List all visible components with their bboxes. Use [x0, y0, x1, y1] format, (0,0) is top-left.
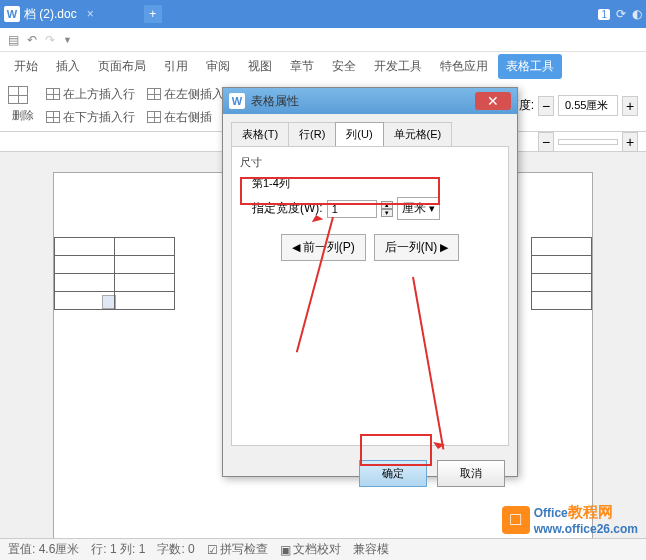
- status-compat[interactable]: 兼容模: [353, 541, 389, 558]
- height-input[interactable]: 0.55厘米: [558, 95, 618, 116]
- watermark-url: www.office26.com: [534, 522, 638, 536]
- highlight-ok-annotation: [360, 434, 432, 466]
- next-column-button[interactable]: 后一列(N) ▶: [374, 234, 460, 261]
- notification-badge[interactable]: 1: [598, 9, 610, 20]
- status-position[interactable]: 置值: 4.6厘米: [8, 541, 79, 558]
- arrow-head-icon-2: [431, 442, 445, 456]
- status-spellcheck[interactable]: ☑ 拼写检查: [207, 541, 268, 558]
- delete-button[interactable]: 删除: [8, 106, 38, 125]
- highlight-annotation: [240, 177, 440, 205]
- quick-access-toolbar: ▤ ↶ ↷ ▼: [0, 28, 646, 52]
- dialog-app-icon: W: [229, 93, 245, 109]
- dialog-tab-row[interactable]: 行(R): [288, 122, 336, 146]
- tab-special[interactable]: 特色应用: [432, 54, 496, 79]
- document-table-right[interactable]: [531, 237, 592, 310]
- table-icon[interactable]: [8, 86, 28, 104]
- spinner-down-button[interactable]: ▼: [381, 209, 393, 217]
- table-properties-dialog: W 表格属性 ✕ 表格(T) 行(R) 列(U) 单元格(E) 尺寸 第1-4列…: [222, 87, 518, 477]
- qat-dropdown-icon[interactable]: ▼: [63, 35, 72, 45]
- dialog-titlebar[interactable]: W 表格属性 ✕: [223, 88, 517, 114]
- dialog-body: 尺寸 第1-4列 指定宽度(W): ▲ ▼ 厘米 ▾ ◀ 前一列(P) 后一列(…: [231, 146, 509, 446]
- height-increase-button[interactable]: +: [622, 96, 638, 116]
- status-bar: 置值: 4.6厘米 行: 1 列: 1 字数: 0 ☑ 拼写检查 ▣ 文档校对 …: [0, 538, 646, 560]
- tab-insert[interactable]: 插入: [48, 54, 88, 79]
- height-decrease-button[interactable]: −: [538, 96, 554, 116]
- document-tab[interactable]: W 档 (2).doc ×: [4, 6, 94, 23]
- sync-icon[interactable]: ⟳: [616, 7, 626, 21]
- tab-references[interactable]: 引用: [156, 54, 196, 79]
- status-proof[interactable]: ▣ 文档校对: [280, 541, 341, 558]
- close-tab-icon[interactable]: ×: [87, 7, 94, 21]
- menu-icon[interactable]: ▤: [8, 33, 19, 47]
- dialog-tab-table[interactable]: 表格(T): [231, 122, 289, 146]
- width-input[interactable]: [558, 139, 618, 145]
- skin-icon[interactable]: ◐: [632, 7, 642, 21]
- dialog-title: 表格属性: [251, 93, 299, 110]
- undo-icon[interactable]: ↶: [27, 33, 37, 47]
- insert-row-above-button[interactable]: 在上方插入行: [42, 84, 139, 105]
- tab-view[interactable]: 视图: [240, 54, 280, 79]
- insert-row-below-button[interactable]: 在下方插入行: [42, 107, 139, 128]
- watermark-title: OfficeOffice教程网教程网: [534, 503, 638, 522]
- width-decrease-button[interactable]: −: [538, 132, 554, 152]
- tab-security[interactable]: 安全: [324, 54, 364, 79]
- tab-review[interactable]: 审阅: [198, 54, 238, 79]
- ribbon-tabs: 开始 插入 页面布局 引用 审阅 视图 章节 安全 开发工具 特色应用 表格工具: [0, 52, 646, 80]
- watermark: □ OfficeOffice教程网教程网 www.office26.com: [502, 503, 638, 536]
- app-icon: W: [4, 6, 20, 22]
- tab-table-tools[interactable]: 表格工具: [498, 54, 562, 79]
- dialog-tab-column[interactable]: 列(U): [335, 122, 383, 146]
- new-tab-button[interactable]: +: [144, 5, 162, 23]
- width-increase-button[interactable]: +: [622, 132, 638, 152]
- dialog-close-button[interactable]: ✕: [475, 92, 511, 110]
- tab-home[interactable]: 开始: [6, 54, 46, 79]
- dialog-tab-cell[interactable]: 单元格(E): [383, 122, 453, 146]
- document-name: 档 (2).doc: [24, 6, 77, 23]
- watermark-logo-icon: □: [502, 506, 530, 534]
- dialog-tabs: 表格(T) 行(R) 列(U) 单元格(E): [223, 114, 517, 146]
- status-rowcol[interactable]: 行: 1 列: 1: [91, 541, 145, 558]
- arrow-annotation-2: [412, 277, 444, 450]
- title-bar: W 档 (2).doc × + 1 ⟳ ◐: [0, 0, 646, 28]
- tab-chapter[interactable]: 章节: [282, 54, 322, 79]
- tab-developer[interactable]: 开发工具: [366, 54, 430, 79]
- tab-page-layout[interactable]: 页面布局: [90, 54, 154, 79]
- document-table[interactable]: [54, 237, 175, 310]
- redo-icon[interactable]: ↷: [45, 33, 55, 47]
- cancel-button[interactable]: 取消: [437, 460, 505, 487]
- status-wordcount[interactable]: 字数: 0: [157, 541, 194, 558]
- size-label: 尺寸: [240, 155, 500, 170]
